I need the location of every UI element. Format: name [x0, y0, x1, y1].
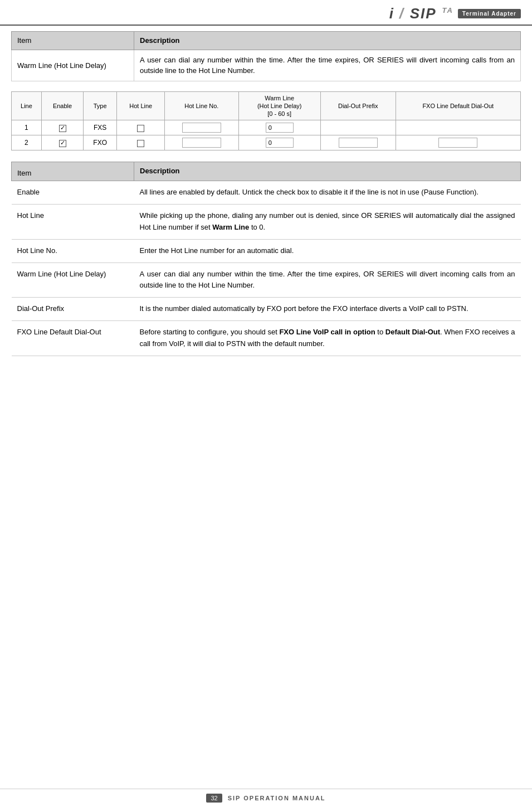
row-hotlineno: Hot Line No. Enter the Hot Line number f… [12, 239, 521, 262]
footer-manual-text: SIP OPERATION MANUAL [228, 795, 326, 801]
config-row1-line: 1 [12, 120, 42, 135]
desc-warmline: A user can dial any number within the ti… [134, 262, 521, 298]
enable-checkbox-2[interactable] [59, 140, 66, 147]
config-row1-fxodefault [396, 120, 520, 135]
dialout-input-2[interactable] [339, 138, 378, 148]
page-wrapper: i / SIP TA Terminal Adapter Item Descrip… [0, 0, 532, 807]
config-header-line: Line [12, 91, 42, 120]
first-desc-table: Item Description Warm Line (Hot Line Del… [11, 31, 521, 81]
config-row2-line: 2 [12, 135, 42, 150]
desc-fxo-default: Before starting to configure, you should… [134, 320, 521, 356]
desc-enable: All lines are enabled by default. Untick… [134, 181, 521, 205]
first-table-item-header: Item [12, 32, 134, 50]
config-row1-warmline [238, 120, 320, 135]
item-fxo-default: FXO Line Default Dial-Out [12, 320, 134, 356]
fxodefault-input-2[interactable] [438, 138, 477, 148]
desc-hotlineno: Enter the Hot Line number for an automat… [134, 239, 521, 262]
config-table: Line Enable Type Hot Line Hot Line No. W… [11, 91, 521, 151]
config-row2-hotline [117, 135, 165, 150]
footer-content: 32 SIP OPERATION MANUAL [206, 794, 325, 803]
config-header-type: Type [84, 91, 117, 120]
config-row2-fxodefault [396, 135, 520, 150]
config-row1-type: FXS [84, 120, 117, 135]
row-hotline: Hot Line While picking up the phone, dia… [12, 205, 521, 240]
item-dialout-prefix: Dial-Out Prefix [12, 298, 134, 321]
config-row-2: 2 FXO [12, 135, 521, 150]
item-enable: Enable [12, 181, 134, 205]
hotlineno-input-1[interactable] [182, 123, 221, 133]
config-row2-hotlineno [165, 135, 238, 150]
hotlineno-input-2[interactable] [182, 138, 221, 148]
config-header-hotline: Hot Line [117, 91, 165, 120]
first-table-item-warmline: Warm Line (Hot Line Delay) [12, 50, 134, 81]
second-desc-table: Item Description Enable All lines are en… [11, 162, 521, 356]
config-header-hotlineno: Hot Line No. [165, 91, 238, 120]
logo-area: i / SIP TA Terminal Adapter [389, 4, 521, 22]
logo-text: i / SIP TA [389, 4, 453, 22]
desc-hotline: While picking up the phone, dialing any … [134, 205, 521, 240]
desc-dialout-prefix: It is the number dialed automatically by… [134, 298, 521, 321]
first-table-row-warmline: Warm Line (Hot Line Delay) A user can di… [12, 50, 521, 81]
warmline-input-1[interactable] [266, 123, 294, 133]
config-row2-type: FXO [84, 135, 117, 150]
config-header-fxodefault: FXO Line Default Dial-Out [396, 91, 520, 120]
config-row1-hotline [117, 120, 165, 135]
config-row1-hotlineno [165, 120, 238, 135]
row-warmline: Warm Line (Hot Line Delay) A user can di… [12, 262, 521, 298]
item-warmline: Warm Line (Hot Line Delay) [12, 262, 134, 298]
warmline-input-2[interactable] [266, 138, 294, 148]
config-row1-dialout [320, 120, 396, 135]
config-row1-enable [41, 120, 83, 135]
item-hotlineno: Hot Line No. [12, 239, 134, 262]
config-header-dialout: Dial-Out Prefix [320, 91, 396, 120]
row-fxo-default: FXO Line Default Dial-Out Before startin… [12, 320, 521, 356]
config-row2-warmline [238, 135, 320, 150]
page-number: 32 [206, 794, 222, 803]
row-dialout-prefix: Dial-Out Prefix It is the number dialed … [12, 298, 521, 321]
row-enable: Enable All lines are enabled by default.… [12, 181, 521, 205]
config-row2-enable [41, 135, 83, 150]
enable-checkbox-1[interactable] [59, 125, 66, 132]
first-table-desc-warmline: A user can dial any number within the ti… [134, 50, 521, 81]
terminal-adapter-badge: Terminal Adapter [458, 9, 521, 18]
config-header-warmline: Warm Line(Hot Line Delay)[0 - 60 s] [238, 91, 320, 120]
config-header-enable: Enable [41, 91, 83, 120]
page-footer: 32 SIP OPERATION MANUAL [0, 789, 532, 807]
item-hotline: Hot Line [12, 205, 134, 240]
page-header: i / SIP TA Terminal Adapter [0, 0, 532, 26]
config-row2-dialout [320, 135, 396, 150]
second-table-item-header: Item [12, 162, 134, 181]
first-table-desc-header: Description [134, 32, 521, 50]
main-content: Item Description Warm Line (Hot Line Del… [0, 26, 532, 395]
hotline-checkbox-2[interactable] [137, 140, 144, 147]
config-row-1: 1 FXS [12, 120, 521, 135]
second-table-desc-header: Description [134, 162, 521, 181]
hotline-checkbox-1[interactable] [137, 125, 144, 132]
